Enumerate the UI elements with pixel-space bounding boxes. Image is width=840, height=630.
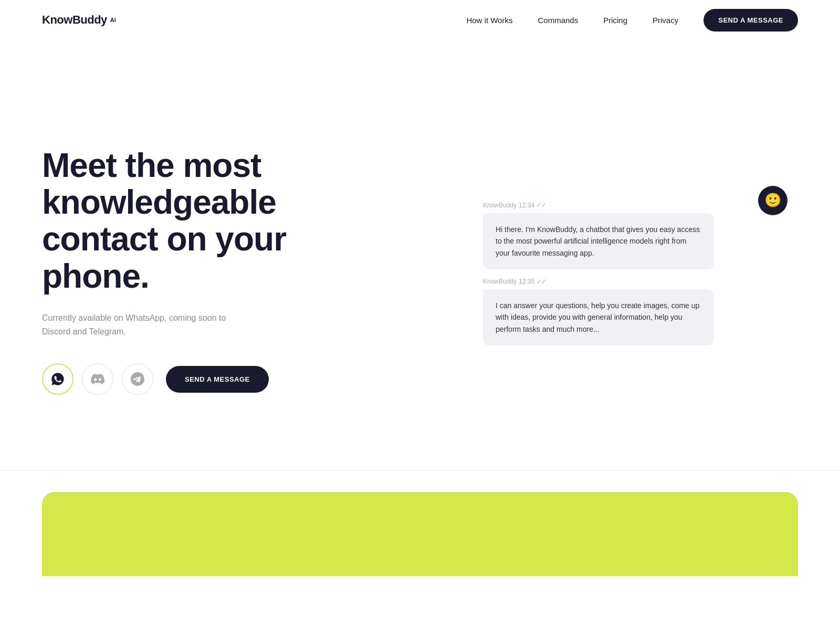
telegram-button[interactable] (122, 363, 153, 395)
nav-how-it-works[interactable]: How it Works (466, 16, 512, 25)
chat-meta-2: KnowBuddy 12:35 ✓✓ (483, 278, 756, 285)
hero-title: Meet the most knowledgeable contact on y… (42, 147, 346, 295)
chat-avatar-emoji: 🙂 (764, 192, 781, 208)
chat-bubble-1: Hi there. I'm KnowBuddy, a chatbot that … (483, 213, 714, 269)
hero-section: Meet the most knowledgeable contact on y… (0, 40, 840, 470)
chat-sender-1: KnowBuddy (483, 202, 517, 209)
nav-privacy[interactable]: Privacy (653, 16, 678, 25)
chat-meta-1: KnowBuddy 12:34 ✓✓ (483, 202, 756, 209)
chat-message-1: KnowBuddy 12:34 ✓✓ Hi there. I'm KnowBud… (483, 202, 756, 269)
logo[interactable]: KnowBuddyAI (42, 13, 116, 27)
nav-pricing[interactable]: Pricing (603, 16, 627, 25)
whatsapp-button[interactable] (42, 363, 74, 395)
bottom-section (0, 470, 840, 576)
navbar: KnowBuddyAI How it Works Commands Pricin… (0, 0, 840, 40)
chat-bubble-2: I can answer your questions, help you cr… (483, 289, 714, 345)
hero-subtitle-line1: Currently available on WhatsApp, coming … (42, 313, 226, 322)
logo-ai-badge: AI (110, 17, 116, 23)
chat-check-icon-2: ✓✓ (537, 278, 546, 285)
nav-links: How it Works Commands Pricing Privacy SE… (466, 9, 798, 32)
hero-left: Meet the most knowledgeable contact on y… (42, 136, 346, 395)
chat-time-2: 12:35 (519, 278, 534, 285)
hero-chat-panel: 🙂 KnowBuddy 12:34 ✓✓ Hi there. I'm KnowB… (483, 186, 798, 345)
hero-actions: SEND A MESSAGE (42, 363, 346, 395)
hero-send-message-button[interactable]: SEND A MESSAGE (166, 366, 269, 393)
discord-button[interactable] (82, 363, 113, 395)
chat-text-2: I can answer your questions, help you cr… (496, 301, 699, 333)
hero-subtitle: Currently available on WhatsApp, coming … (42, 311, 346, 338)
chat-avatar: 🙂 (758, 186, 788, 215)
chat-check-icon-1: ✓✓ (537, 202, 546, 208)
chat-time-1: 12:34 (519, 202, 534, 209)
chat-messages: KnowBuddy 12:34 ✓✓ Hi there. I'm KnowBud… (483, 186, 798, 345)
chat-sender-2: KnowBuddy (483, 278, 517, 285)
hero-subtitle-line2: Discord and Telegram. (42, 327, 126, 336)
logo-text: KnowBuddy (42, 13, 107, 27)
chat-text-1: Hi there. I'm KnowBuddy, a chatbot that … (496, 225, 700, 257)
chat-message-2: KnowBuddy 12:35 ✓✓ I can answer your que… (483, 278, 756, 345)
bottom-green-block (42, 492, 798, 576)
nav-send-message-button[interactable]: SEND A MESSAGE (704, 9, 798, 32)
nav-commands[interactable]: Commands (538, 16, 578, 25)
